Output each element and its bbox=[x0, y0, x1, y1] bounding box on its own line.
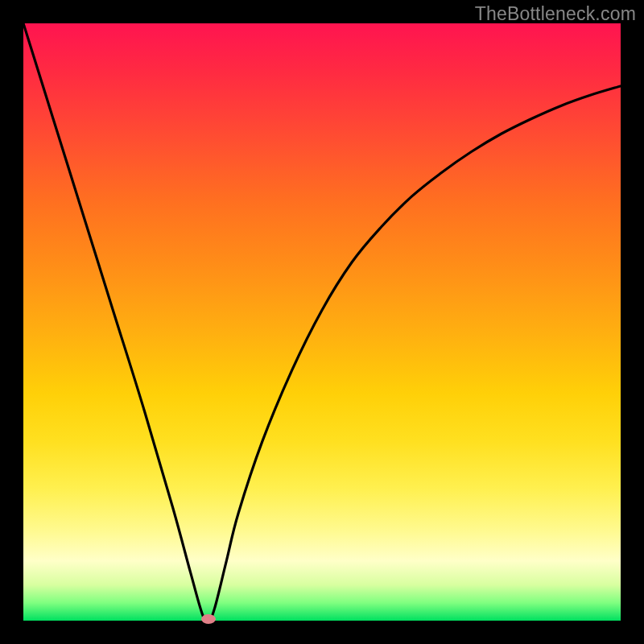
minimum-marker bbox=[201, 614, 216, 624]
watermark-text: TheBottleneck.com bbox=[475, 3, 636, 25]
chart-frame: TheBottleneck.com bbox=[0, 0, 644, 644]
plot-area bbox=[23, 23, 621, 621]
